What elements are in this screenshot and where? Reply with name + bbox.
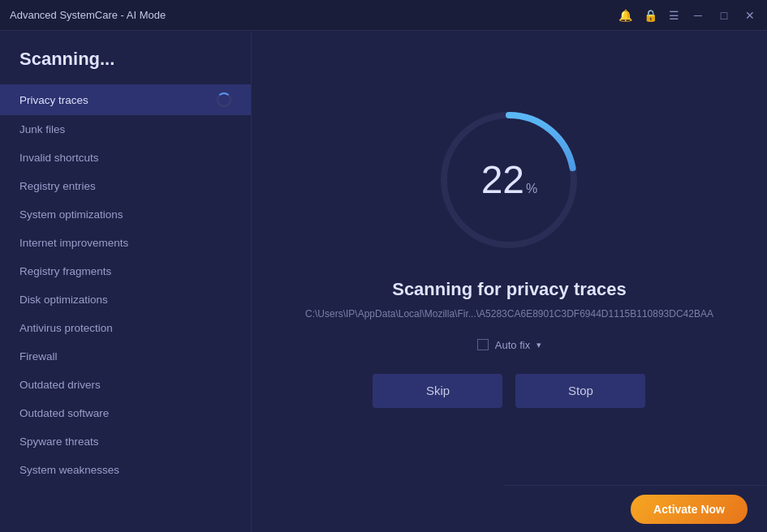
close-button[interactable]: ✕ xyxy=(743,9,757,22)
lock-icon[interactable]: 🔒 xyxy=(644,9,657,22)
sidebar-item-system-optimizations[interactable]: System optimizations xyxy=(0,200,251,229)
chevron-down-icon[interactable]: ▾ xyxy=(536,340,541,350)
sidebar-item-label: Internet improvements xyxy=(19,237,128,249)
scanning-title: Scanning for privacy traces xyxy=(392,279,627,300)
scanning-path: C:\Users\IP\AppData\Local\Mozilla\Fir...… xyxy=(305,308,713,320)
autofix-row: Auto fix ▾ xyxy=(477,339,541,351)
content-area: 22 % Scanning for privacy traces C:\User… xyxy=(252,31,767,532)
progress-percent-symbol: % xyxy=(526,182,537,196)
sidebar-item-disk-optimizations[interactable]: Disk optimizations xyxy=(0,285,251,314)
autofix-label: Auto fix xyxy=(495,339,530,351)
sidebar-item-outdated-drivers[interactable]: Outdated drivers xyxy=(0,371,251,399)
sidebar-item-label: Antivirus protection xyxy=(19,322,113,334)
sidebar-item-spyware-threats[interactable]: Spyware threats xyxy=(0,427,251,456)
sidebar: Scanning... Privacy traces Junk files In… xyxy=(0,31,252,532)
sidebar-item-internet-improvements[interactable]: Internet improvements xyxy=(0,229,251,257)
app-title: Advanced SystemCare - AI Mode xyxy=(10,9,166,21)
sidebar-item-label: Outdated software xyxy=(19,407,109,419)
sidebar-item-registry-entries[interactable]: Registry entries xyxy=(0,172,251,200)
stop-button[interactable]: Stop xyxy=(515,374,645,408)
sidebar-item-label: Privacy traces xyxy=(19,94,88,106)
content-inner: 22 % Scanning for privacy traces C:\User… xyxy=(305,107,713,408)
main-layout: Scanning... Privacy traces Junk files In… xyxy=(0,31,767,532)
sidebar-item-firewall[interactable]: Firewall xyxy=(0,342,251,371)
titlebar: Advanced SystemCare - AI Mode 🔔 🔒 ☰ ─ □ … xyxy=(0,0,767,31)
sidebar-item-privacy-traces[interactable]: Privacy traces xyxy=(0,84,251,115)
bottom-bar: Activate Now xyxy=(503,485,767,532)
sidebar-item-label: Registry entries xyxy=(19,180,96,192)
sidebar-item-system-weaknesses[interactable]: System weaknesses xyxy=(0,456,251,484)
sidebar-item-label: Disk optimizations xyxy=(19,294,108,306)
window-controls: 🔔 🔒 ☰ ─ □ ✕ xyxy=(618,9,757,22)
menu-icon[interactable]: ☰ xyxy=(669,9,679,22)
skip-button[interactable]: Skip xyxy=(373,374,502,408)
sidebar-item-label: Outdated drivers xyxy=(19,379,101,391)
loading-spinner xyxy=(217,92,231,107)
sidebar-item-label: Junk files xyxy=(19,123,65,135)
sidebar-item-label: System weaknesses xyxy=(19,464,119,476)
sidebar-item-invalid-shortcuts[interactable]: Invalid shortcuts xyxy=(0,144,251,172)
progress-circle-container: 22 % xyxy=(436,107,582,253)
bell-icon[interactable]: 🔔 xyxy=(618,9,632,22)
progress-number: 22 xyxy=(481,161,524,200)
maximize-button[interactable]: □ xyxy=(717,9,731,22)
minimize-button[interactable]: ─ xyxy=(691,9,705,22)
sidebar-item-label: Registry fragments xyxy=(19,265,111,277)
sidebar-item-label: System optimizations xyxy=(19,208,123,221)
autofix-checkbox[interactable] xyxy=(477,339,489,350)
sidebar-item-antivirus-protection[interactable]: Antivirus protection xyxy=(0,314,251,342)
sidebar-item-outdated-software[interactable]: Outdated software xyxy=(0,399,251,427)
sidebar-item-registry-fragments[interactable]: Registry fragments xyxy=(0,257,251,285)
activate-now-button[interactable]: Activate Now xyxy=(631,495,748,524)
sidebar-item-junk-files[interactable]: Junk files xyxy=(0,115,251,144)
sidebar-item-label: Spyware threats xyxy=(19,435,99,448)
action-buttons: Skip Stop xyxy=(373,374,645,408)
sidebar-heading: Scanning... xyxy=(0,31,251,84)
sidebar-item-label: Invalid shortcuts xyxy=(19,152,99,164)
sidebar-item-label: Firewall xyxy=(19,350,58,363)
progress-text: 22 % xyxy=(481,161,538,200)
